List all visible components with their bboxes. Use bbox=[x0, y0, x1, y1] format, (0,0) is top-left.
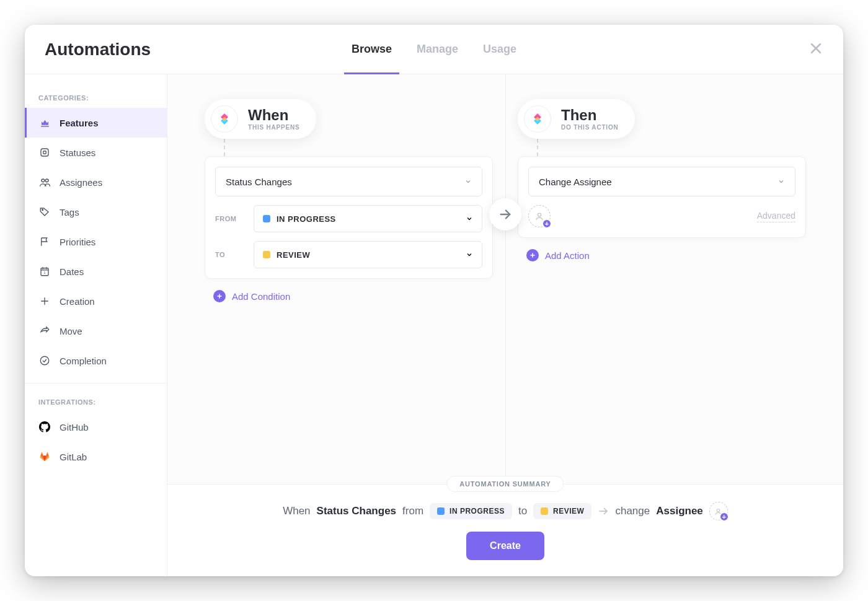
svg-point-4 bbox=[41, 178, 44, 182]
summary-from-name: IN PROGRESS bbox=[450, 507, 505, 515]
tab-manage[interactable]: Manage bbox=[417, 25, 458, 74]
summary-trigger: Status Changes bbox=[317, 505, 396, 517]
gitlab-icon bbox=[38, 450, 51, 463]
calendar-icon: 1 bbox=[38, 265, 51, 278]
sidebar-item-tags[interactable]: Tags bbox=[25, 197, 167, 227]
sidebar-item-label: Statuses bbox=[60, 147, 95, 158]
close-icon bbox=[808, 41, 823, 56]
plus-circle-icon bbox=[213, 290, 226, 302]
connector-line bbox=[224, 139, 225, 156]
add-condition-button[interactable]: Add Condition bbox=[213, 290, 493, 302]
assignee-picker[interactable]: + bbox=[528, 205, 551, 227]
svg-point-14 bbox=[538, 213, 541, 216]
modal-body: CATEGORIES: Features Statuses Assignees bbox=[25, 74, 843, 576]
chevron-down-icon bbox=[464, 178, 472, 185]
sidebar-item-statuses[interactable]: Statuses bbox=[25, 138, 167, 167]
sidebar-divider bbox=[25, 383, 167, 384]
sidebar-item-label: Assignees bbox=[60, 177, 102, 188]
sidebar-item-assignees[interactable]: Assignees bbox=[25, 167, 167, 197]
flag-icon bbox=[38, 235, 51, 248]
svg-point-5 bbox=[45, 178, 48, 182]
to-label: TO bbox=[215, 251, 245, 258]
summary-to-status: REVIEW bbox=[533, 503, 591, 519]
app-logo-icon bbox=[211, 105, 238, 133]
from-status-select[interactable]: IN PROGRESS bbox=[254, 205, 482, 232]
sidebar-item-creation[interactable]: Creation bbox=[25, 286, 167, 316]
trigger-card: Status Changes FROM IN PROGRESS bbox=[205, 156, 493, 279]
sidebar-item-label: Tags bbox=[60, 207, 79, 217]
svg-rect-2 bbox=[41, 149, 48, 156]
when-header-pill: When THIS HAPPENS bbox=[205, 99, 316, 139]
status-color-swatch bbox=[437, 507, 445, 515]
crown-icon bbox=[38, 116, 51, 129]
sidebar-item-label: Priorities bbox=[60, 237, 95, 247]
summary-from-word: from bbox=[402, 505, 423, 517]
sidebar-categories-label: CATEGORIES: bbox=[25, 87, 167, 108]
plus-icon bbox=[38, 295, 51, 307]
action-select-label: Change Assignee bbox=[539, 177, 612, 187]
tag-icon bbox=[38, 206, 51, 218]
arrow-right-icon bbox=[498, 208, 512, 221]
then-title: Then bbox=[561, 107, 619, 123]
then-subtitle: DO THIS ACTION bbox=[561, 124, 619, 131]
sidebar-item-dates[interactable]: 1 Dates bbox=[25, 257, 167, 286]
summary-to-word: to bbox=[518, 505, 527, 517]
page-title: Automations bbox=[45, 40, 151, 59]
mini-plus-icon: + bbox=[719, 512, 729, 522]
add-action-label: Add Action bbox=[545, 250, 590, 261]
users-icon bbox=[38, 176, 51, 188]
github-icon bbox=[38, 421, 51, 433]
when-title: When bbox=[248, 107, 300, 123]
add-action-button[interactable]: Add Action bbox=[526, 249, 806, 261]
tab-usage[interactable]: Usage bbox=[483, 25, 516, 74]
summary-assignee-picker[interactable]: + bbox=[709, 502, 728, 520]
summary-to-name: REVIEW bbox=[553, 507, 584, 515]
modal-header: Automations Browse Manage Usage bbox=[25, 25, 843, 74]
mini-plus-icon: + bbox=[542, 219, 552, 229]
column-divider bbox=[505, 74, 506, 484]
sidebar-integrations-label: INTEGRATIONS: bbox=[25, 391, 167, 412]
tab-browse[interactable]: Browse bbox=[352, 25, 392, 74]
to-status-select[interactable]: REVIEW bbox=[254, 241, 482, 268]
when-column: When THIS HAPPENS Status Changes bbox=[205, 99, 493, 472]
summary-prefix: When bbox=[283, 505, 310, 517]
svg-point-6 bbox=[42, 209, 43, 211]
sidebar-item-move[interactable]: Move bbox=[25, 316, 167, 346]
chevron-down-icon bbox=[466, 251, 473, 258]
sidebar-item-priorities[interactable]: Priorities bbox=[25, 227, 167, 257]
summary-section: AUTOMATION SUMMARY When Status Changes f… bbox=[167, 484, 843, 576]
automation-builder: When THIS HAPPENS Status Changes bbox=[167, 74, 843, 484]
sidebar-item-label: Creation bbox=[60, 296, 95, 307]
summary-from-status: IN PROGRESS bbox=[430, 503, 512, 519]
close-button[interactable] bbox=[808, 41, 826, 58]
svg-point-16 bbox=[717, 509, 720, 511]
sidebar: CATEGORIES: Features Statuses Assignees bbox=[25, 74, 167, 576]
to-status-name: REVIEW bbox=[277, 250, 310, 260]
sidebar-item-label: Features bbox=[60, 118, 99, 128]
sidebar-item-label: Move bbox=[60, 326, 82, 336]
main-panel: When THIS HAPPENS Status Changes bbox=[167, 74, 843, 576]
trigger-select[interactable]: Status Changes bbox=[215, 167, 482, 196]
sidebar-item-gitlab[interactable]: GitLab bbox=[25, 442, 167, 472]
summary-action-prefix: change bbox=[615, 505, 650, 517]
app-logo-icon bbox=[524, 105, 551, 133]
svg-rect-3 bbox=[43, 151, 46, 154]
square-icon bbox=[38, 146, 51, 159]
trigger-select-label: Status Changes bbox=[226, 177, 292, 187]
summary-action-target: Assignee bbox=[656, 505, 703, 517]
summary-text: When Status Changes from IN PROGRESS to … bbox=[192, 502, 818, 520]
create-button[interactable]: Create bbox=[466, 532, 544, 560]
share-icon bbox=[38, 325, 51, 337]
action-select[interactable]: Change Assignee bbox=[528, 167, 795, 196]
sidebar-item-completion[interactable]: Completion bbox=[25, 346, 167, 375]
sidebar-item-github[interactable]: GitHub bbox=[25, 412, 167, 442]
when-subtitle: THIS HAPPENS bbox=[248, 124, 300, 131]
advanced-link[interactable]: Advanced bbox=[757, 211, 795, 222]
sidebar-item-features[interactable]: Features bbox=[25, 108, 167, 138]
then-header-pill: Then DO THIS ACTION bbox=[518, 99, 635, 139]
chevron-down-icon bbox=[777, 178, 785, 185]
from-label: FROM bbox=[215, 215, 245, 222]
automations-modal: Automations Browse Manage Usage CATEGORI… bbox=[25, 25, 843, 576]
summary-badge: AUTOMATION SUMMARY bbox=[446, 476, 564, 492]
connector-line bbox=[537, 139, 538, 156]
